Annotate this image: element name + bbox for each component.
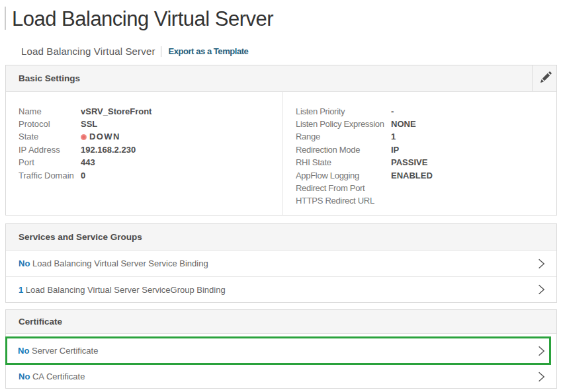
kv-value: IP (391, 143, 399, 156)
kv-row: AppFlow LoggingENABLED (283, 169, 556, 182)
basic-settings-left-column: NamevSRV_StoreFrontProtocolSSLStateDOWNI… (6, 92, 282, 215)
kv-label: Range (296, 130, 391, 143)
basic-settings-body: NamevSRV_StoreFrontProtocolSSLStateDOWNI… (6, 92, 556, 215)
kv-value: 192.168.2.230 (81, 143, 136, 156)
services-binding-row[interactable]: 1 Load Balancing Virtual Server ServiceG… (6, 277, 556, 302)
kv-row: Redirect From Port (283, 182, 556, 194)
kv-row: StateDOWN (6, 130, 282, 143)
kv-label: State (19, 130, 81, 143)
kv-row: HTTPS Redirect URL (283, 194, 556, 207)
kv-row: NamevSRV_StoreFront (6, 105, 282, 118)
kv-label: Redirection Mode (296, 143, 391, 156)
export-as-template-link[interactable]: Export as a Template (169, 46, 249, 56)
kv-value: DOWN (81, 130, 120, 143)
kv-row: Listen Policy ExpressionNONE (283, 118, 556, 130)
kv-row: Traffic Domain0 (6, 169, 282, 182)
kv-label: AppFlow Logging (296, 169, 391, 182)
pencil-icon (537, 69, 554, 86)
chevron-right-icon (538, 372, 545, 382)
binding-count: 1 (19, 285, 23, 295)
chevron-right-icon (538, 284, 545, 295)
kv-label: Port (19, 156, 81, 169)
edit-button[interactable] (532, 65, 556, 91)
basic-settings-right-column: Listen Priority-Listen Policy Expression… (282, 92, 556, 215)
services-header: Services and Service Groups (6, 224, 556, 251)
title-accent-bar (5, 7, 6, 30)
binding-row-label: 1 Load Balancing Virtual Server ServiceG… (19, 285, 226, 295)
basic-settings-panel: Basic Settings NamevSRV_StoreFrontProtoc… (5, 65, 557, 216)
binding-row-label: No Server Certificate (18, 346, 98, 356)
certificate-binding-row-highlighted[interactable]: No Server Certificate (5, 336, 551, 365)
binding-row-label: No Load Balancing Virtual Server Service… (19, 258, 208, 268)
certificate-rows: No Server Certificate No CA Certificate (6, 336, 556, 388)
certificate-header: Certificate (6, 310, 556, 334)
kv-value: SSL (81, 118, 97, 130)
binding-count: No (19, 372, 30, 381)
kv-label: HTTPS Redirect URL (296, 194, 391, 207)
chevron-right-icon (538, 346, 545, 356)
basic-settings-title: Basic Settings (19, 73, 80, 83)
kv-value: 443 (81, 156, 95, 169)
services-binding-row[interactable]: No Load Balancing Virtual Server Service… (6, 251, 556, 277)
basic-settings-header: Basic Settings (6, 65, 556, 92)
services-title: Services and Service Groups (19, 232, 142, 242)
kv-label: RHI State (296, 156, 391, 169)
certificate-title: Certificate (19, 317, 62, 327)
kv-label: Listen Policy Expression (296, 118, 391, 130)
binding-count: No (18, 346, 29, 356)
kv-value: ENABLED (391, 169, 433, 182)
kv-label: Redirect From Port (296, 182, 391, 194)
certificate-binding-row[interactable]: No CA Certificate (6, 365, 556, 388)
kv-label: Name (19, 105, 81, 118)
kv-row: ProtocolSSL (6, 118, 282, 130)
kv-row: Listen Priority- (283, 105, 556, 118)
breadcrumb: Load Balancing Virtual Server Export as … (21, 46, 248, 57)
kv-value: NONE (391, 118, 416, 130)
kv-label: Traffic Domain (19, 169, 81, 182)
kv-row: Redirection ModeIP (283, 143, 556, 156)
breadcrumb-item: Load Balancing Virtual Server (21, 46, 155, 57)
binding-count: No (19, 258, 30, 268)
kv-value: vSRV_StoreFront (81, 105, 152, 118)
kv-value: - (391, 105, 394, 118)
kv-row: IP Address192.168.2.230 (6, 143, 282, 156)
chevron-right-icon (538, 258, 545, 269)
kv-value: PASSIVE (391, 156, 427, 169)
kv-value: 1 (391, 130, 396, 143)
services-rows: No Load Balancing Virtual Server Service… (6, 251, 556, 302)
kv-value: 0 (81, 169, 85, 182)
breadcrumb-divider (161, 46, 161, 57)
binding-row-label: No CA Certificate (19, 372, 85, 381)
page-title: Load Balancing Virtual Server (12, 7, 273, 31)
status-down-dot-icon (81, 134, 87, 140)
kv-label: Protocol (19, 118, 81, 130)
kv-row: Port443 (6, 156, 282, 169)
kv-label: IP Address (19, 143, 81, 156)
services-panel: Services and Service Groups No Load Bala… (5, 223, 557, 303)
certificate-panel: Certificate No Server Certificate No CA … (5, 309, 557, 389)
kv-row: RHI StatePASSIVE (283, 156, 556, 169)
kv-label: Listen Priority (296, 105, 391, 118)
kv-row: Range1 (283, 130, 556, 143)
